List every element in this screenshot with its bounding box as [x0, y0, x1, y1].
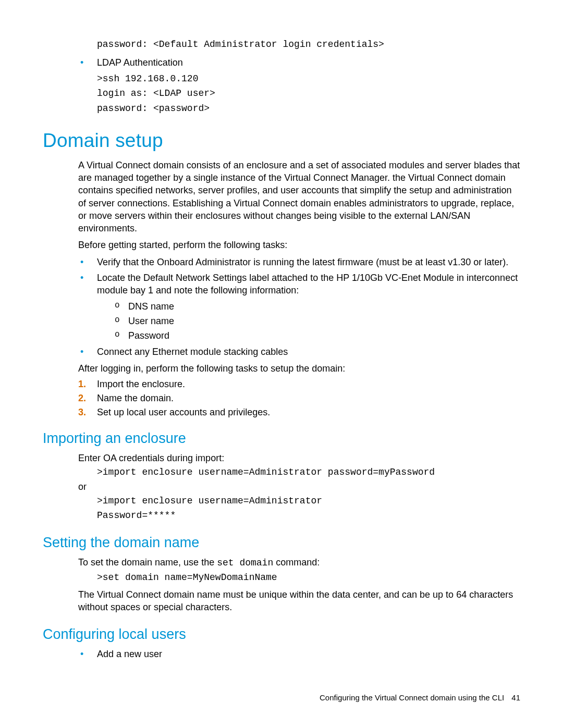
paragraph: The Virtual Connect domain name must be …	[78, 588, 520, 614]
list-item: Locate the Default Network Settings labe…	[78, 272, 520, 342]
paragraph: Before getting started, perform the foll…	[78, 239, 520, 251]
code-line: password: <Default Administrator login c…	[97, 38, 520, 51]
heading-setting-domain-name: Setting the domain name	[43, 535, 520, 551]
code-line: Password=*****	[97, 509, 520, 522]
bullet-text: LDAP Authentication	[97, 57, 183, 68]
paragraph: A Virtual Connect domain consists of an …	[78, 159, 520, 235]
step-item: Name the domain.	[78, 393, 520, 404]
bullet-text: Add a new user	[97, 649, 162, 659]
inline-code: set domain	[217, 558, 273, 568]
bullet-list: LDAP Authentication >ssh 192.168.0.120 l…	[78, 56, 520, 115]
bullet-list-pretasks: Verify that the Onboard Administrator is…	[78, 256, 520, 358]
step-item: Set up local user accounts and privilege…	[78, 407, 520, 418]
paragraph: To set the domain name, use the set doma…	[78, 556, 520, 570]
sub-text: Password	[128, 330, 169, 341]
bullet-text: Verify that the Onboard Administrator is…	[97, 257, 508, 267]
bullet-text: Locate the Default Network Settings labe…	[97, 273, 518, 295]
numbered-list-steps: Import the enclosure. Name the domain. S…	[78, 379, 520, 418]
footer-text: Configuring the Virtual Connect domain u…	[320, 693, 504, 702]
page-footer: Configuring the Virtual Connect domain u…	[320, 693, 520, 702]
paragraph: After logging in, perform the following …	[78, 362, 520, 375]
text-run: To set the domain name, use the	[78, 557, 217, 567]
bullet-text: Connect any Ethernet module stacking cab…	[97, 347, 288, 357]
step-text: Name the domain.	[97, 393, 174, 403]
step-text: Set up local user accounts and privilege…	[97, 407, 270, 417]
list-item-ldap: LDAP Authentication >ssh 192.168.0.120 l…	[78, 56, 520, 115]
sub-text: DNS name	[128, 301, 174, 312]
step-item: Import the enclosure.	[78, 379, 520, 390]
bullet-list-users: Add a new user	[78, 648, 520, 660]
step-text: Import the enclosure.	[97, 379, 185, 389]
heading-domain-setup: Domain setup	[43, 130, 520, 152]
sub-item: User name	[114, 315, 520, 327]
page-number: 41	[511, 693, 520, 702]
list-item: Connect any Ethernet module stacking cab…	[78, 346, 520, 358]
heading-importing-enclosure: Importing an enclosure	[43, 430, 520, 447]
sub-item: Password	[114, 329, 520, 342]
sub-list: DNS name User name Password	[114, 300, 520, 342]
paragraph: Enter OA credentials during import:	[78, 452, 520, 464]
code-line: >set domain name=MyNewDomainName	[97, 571, 520, 584]
code-line: login as: <LDAP user>	[97, 87, 520, 100]
document-page: password: <Default Administrator login c…	[0, 0, 563, 728]
text-run: command:	[273, 557, 320, 567]
paragraph-or: or	[78, 480, 520, 493]
code-line: >ssh 192.168.0.120	[97, 72, 520, 85]
code-line: >import enclosure username=Administrator…	[97, 465, 520, 479]
list-item: Verify that the Onboard Administrator is…	[78, 256, 520, 268]
sub-text: User name	[128, 316, 174, 326]
heading-configuring-local-users: Configuring local users	[43, 626, 520, 643]
list-item: Add a new user	[78, 648, 520, 660]
sub-item: DNS name	[114, 300, 520, 313]
code-line: password: <password>	[97, 102, 520, 115]
code-line: >import enclosure username=Administrator	[97, 494, 520, 508]
